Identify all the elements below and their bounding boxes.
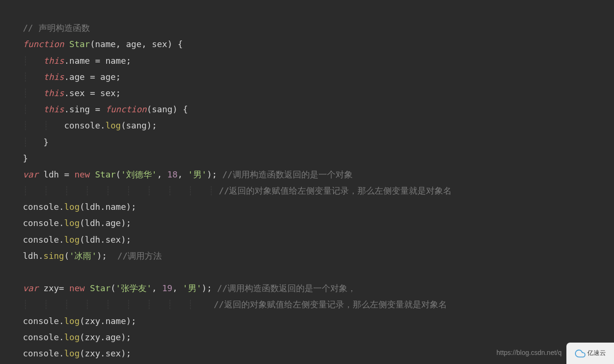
code-line: ┊ this.name = name; — [23, 56, 131, 66]
brand-text: 亿速云 — [587, 347, 606, 359]
function-name: Star — [69, 39, 90, 49]
keyword-function: function — [23, 39, 64, 49]
cloud-icon — [575, 348, 585, 359]
code-line: ┊ this.sex = sex; — [23, 88, 121, 98]
code-line: console.log(zxy.name); — [23, 316, 136, 326]
code-line: console.log(ldh.name); — [23, 202, 136, 212]
code-line: ┊ ┊ ┊ ┊ ┊ ┊ ┊ ┊ ┊ ┊ //返回的对象赋值给左侧变量记录，那么左… — [23, 186, 452, 196]
code-line: function Star(name, age, sex) { — [23, 39, 183, 49]
code-line: ┊ } — [23, 137, 49, 147]
code-line: ┊ ┊ console.log(sang); — [23, 120, 157, 130]
code-line: ┊ ┊ ┊ ┊ ┊ ┊ ┊ ┊ ┊ //返回的对象赋值给左侧变量记录，那么左侧变… — [23, 299, 447, 309]
code-line: ┊ this.sing = function(sang) { — [23, 104, 188, 114]
code-line: } — [23, 153, 28, 163]
code-line: ┊ this.age = age; — [23, 72, 121, 82]
code-line: var zxy= new Star('张学友', 19, '男'); //调用构… — [23, 283, 356, 293]
code-editor: // 声明构造函数 function Star(name, age, sex) … — [0, 0, 614, 364]
code-line: ldh.sing('冰雨'); //调用方法 — [23, 251, 162, 261]
code-line: console.log(zxy.sex); — [23, 348, 131, 358]
keyword-new: new — [74, 169, 90, 179]
code-line: console.log(zxy.age); — [23, 332, 131, 342]
keyword-var: var — [23, 169, 39, 179]
watermark-logo: 亿速云 — [566, 343, 614, 364]
watermark-url: https://blog.csdn.net/q — [496, 346, 562, 359]
comment: // 声明构造函数 — [23, 23, 90, 33]
code-line: console.log(ldh.sex); — [23, 235, 131, 245]
code-line: console.log(ldh.age); — [23, 218, 131, 228]
code-line: // 声明构造函数 — [23, 23, 90, 33]
code-line: var ldh = new Star('刘德华', 18, '男'); //调用… — [23, 169, 353, 179]
code-line — [23, 267, 28, 277]
